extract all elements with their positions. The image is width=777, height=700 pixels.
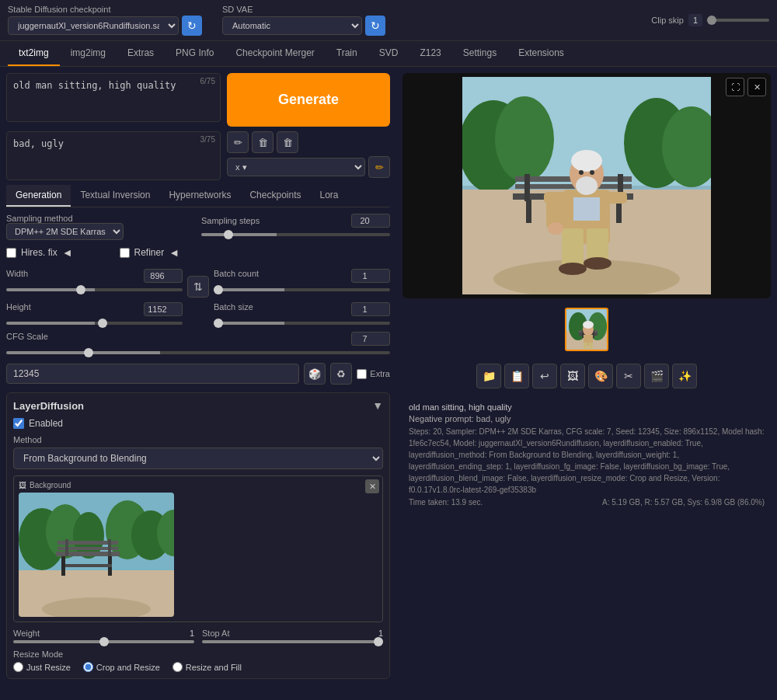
- image-btn[interactable]: 🖼: [560, 364, 585, 388]
- seed-dice-btn[interactable]: 🎲: [304, 363, 326, 385]
- width-item: Width: [6, 269, 183, 294]
- height-item: Height: [6, 302, 183, 327]
- nav-tab-checkpoint[interactable]: Checkpoint Merger: [225, 41, 325, 66]
- cfg-scale-input[interactable]: [351, 332, 390, 346]
- nav-tab-z123[interactable]: Z123: [409, 41, 451, 66]
- refiner-input[interactable]: [120, 248, 130, 258]
- nav-tab-settings[interactable]: Settings: [452, 41, 507, 66]
- ld-method-select[interactable]: From Background to Blending: [13, 448, 383, 469]
- seed-recycle-btn[interactable]: ♻: [330, 363, 352, 385]
- vae-refresh-btn[interactable]: ↻: [365, 16, 385, 36]
- sampling-method-select[interactable]: DPM++ 2M SDE Karras: [6, 223, 124, 240]
- sub-tab-hypernetworks[interactable]: Hypernetworks: [159, 185, 240, 207]
- ld-enabled-checkbox[interactable]: [13, 418, 24, 429]
- sub-tab-textual[interactable]: Textual Inversion: [71, 185, 159, 207]
- resize-crop-and-resize[interactable]: Crop and Resize: [83, 662, 160, 672]
- refiner-checkbox[interactable]: Refiner ◄: [120, 246, 180, 259]
- undo-btn[interactable]: ↩: [532, 364, 557, 388]
- checkpoint-select[interactable]: juggernautXl_version6Rundiffusion.safete…: [8, 16, 179, 35]
- expand-output-btn[interactable]: ⛶: [726, 78, 744, 96]
- svg-rect-16: [108, 539, 111, 556]
- cfg-scale-slider[interactable]: [6, 351, 390, 354]
- width-input[interactable]: [144, 269, 183, 283]
- video-btn[interactable]: 🎬: [644, 364, 669, 388]
- lora-edit-btn[interactable]: ✏: [368, 156, 390, 178]
- svg-point-35: [576, 176, 598, 195]
- close-output-btn[interactable]: ✕: [747, 78, 766, 96]
- nav-tab-txt2img[interactable]: txt2img: [8, 41, 60, 66]
- svg-point-40: [584, 257, 611, 270]
- thumb-svg-0: [566, 309, 608, 351]
- weight-slider[interactable]: [13, 640, 194, 643]
- resize-just-resize-radio[interactable]: [13, 662, 23, 672]
- bg-image-preview: [19, 493, 174, 617]
- cfg-scale-item: CFG Scale: [6, 332, 390, 357]
- hires-fix-checkbox[interactable]: Hires. fix ◄: [6, 246, 73, 259]
- batch-size-slider[interactable]: [214, 322, 390, 325]
- nav-tab-extensions[interactable]: Extensions: [507, 41, 575, 66]
- positive-counter: 6/75: [200, 77, 215, 85]
- copy-btn[interactable]: 📋: [504, 364, 529, 388]
- svg-point-45: [579, 170, 584, 175]
- bg-close-btn[interactable]: ✕: [365, 479, 379, 493]
- clip-skip-label: Clip skip: [651, 16, 684, 25]
- ld-collapse-icon[interactable]: ▼: [372, 399, 383, 412]
- negative-prompt-input[interactable]: bad, ugly: [7, 132, 220, 177]
- trash-btn[interactable]: 🗑: [252, 131, 274, 153]
- positive-prompt-area: old man sitting, high quality 6/75: [6, 73, 221, 122]
- folder-btn[interactable]: 📁: [476, 364, 501, 388]
- cfg-scale-label: CFG Scale: [6, 332, 48, 346]
- width-slider[interactable]: [6, 288, 183, 291]
- sub-tab-generation[interactable]: Generation: [6, 185, 71, 207]
- swap-dimensions-btn[interactable]: ⇅: [187, 276, 209, 298]
- batch-size-input[interactable]: [351, 302, 390, 316]
- thumbnail-0[interactable]: [565, 308, 608, 351]
- sub-tab-checkpoints[interactable]: Checkpoints: [240, 185, 310, 207]
- sampling-steps-input[interactable]: [351, 214, 390, 228]
- output-prompt-text: old man sitting, high quality: [409, 402, 765, 412]
- vae-select[interactable]: Automatic: [222, 16, 362, 35]
- output-image-svg: [462, 77, 711, 294]
- nav-tab-img2img[interactable]: img2img: [60, 41, 117, 66]
- checkpoint-label: Stable Diffusion checkpoint: [8, 5, 202, 14]
- clip-skip-slider[interactable]: [707, 19, 769, 22]
- resize-crop-resize-radio[interactable]: [83, 662, 93, 672]
- lora-select[interactable]: x ▾: [227, 158, 365, 176]
- checkpoint-refresh-btn[interactable]: ↻: [182, 16, 202, 36]
- refiner-expand-btn[interactable]: ◄: [169, 246, 179, 259]
- sparkle-btn[interactable]: ✨: [672, 364, 697, 388]
- svg-rect-36: [573, 197, 600, 221]
- nav-tab-extras[interactable]: Extras: [117, 41, 165, 66]
- sampling-steps-slider[interactable]: [201, 233, 390, 236]
- resize-just-resize[interactable]: Just Resize: [13, 662, 71, 672]
- edit-icon-btn[interactable]: ✏: [227, 131, 249, 153]
- seed-input[interactable]: [6, 364, 299, 384]
- hires-fix-expand-btn[interactable]: ◄: [62, 246, 73, 259]
- resize-and-fill[interactable]: Resize and Fill: [172, 662, 242, 672]
- batch-count-item: Batch count: [214, 269, 390, 294]
- resize-fill-radio[interactable]: [172, 662, 183, 672]
- crop-btn[interactable]: ✂: [616, 364, 641, 388]
- nav-tab-pnginfo[interactable]: PNG Info: [165, 41, 225, 66]
- extra-checkbox[interactable]: [357, 369, 367, 379]
- lora-row: x ▾ ✏: [227, 156, 390, 178]
- delete-btn[interactable]: 🗑: [277, 131, 298, 153]
- resize-mode-section: Resize Mode Just Resize Crop and Resize …: [13, 650, 383, 672]
- stop-at-slider[interactable]: [202, 640, 383, 643]
- batch-count-slider[interactable]: [214, 288, 390, 291]
- generate-button[interactable]: Generate: [227, 73, 390, 127]
- height-slider[interactable]: [6, 322, 183, 325]
- resize-options: Just Resize Crop and Resize Resize and F…: [13, 662, 383, 672]
- negative-label: Negative prompt:: [409, 414, 474, 423]
- batch-count-input[interactable]: [351, 269, 390, 283]
- sub-tab-lora[interactable]: Lora: [311, 185, 348, 207]
- action-buttons: ✏ 🗑 🗑: [227, 131, 390, 153]
- nav-tab-train[interactable]: Train: [326, 41, 368, 66]
- nav-tab-svd[interactable]: SVD: [368, 41, 409, 66]
- height-input[interactable]: [144, 302, 183, 316]
- height-batchsize-row: Height Batch size: [6, 302, 390, 327]
- paint-btn[interactable]: 🎨: [588, 364, 613, 388]
- hires-fix-input[interactable]: [6, 248, 16, 258]
- positive-prompt-input[interactable]: old man sitting, high quality: [7, 74, 220, 119]
- svg-point-44: [548, 222, 563, 235]
